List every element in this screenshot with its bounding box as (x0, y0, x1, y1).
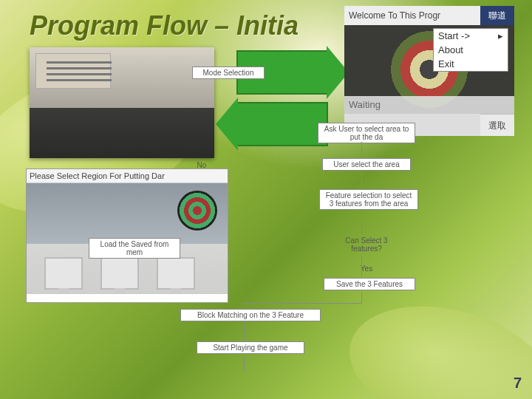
phone-softkey-top[interactable]: 聯道 (480, 6, 514, 25)
flow-node-decision: Can Select 3 features? (330, 235, 403, 254)
flow-line (244, 303, 362, 304)
menu-about[interactable]: About (434, 43, 508, 57)
phone-softkey-select[interactable]: 選取 (480, 114, 514, 136)
screenshot-camera-select (30, 47, 214, 158)
phone-menu: Start ->▸ About Exit (433, 28, 508, 72)
menu-label: Start -> (438, 30, 470, 41)
menu-exit[interactable]: Exit (434, 57, 508, 71)
page-title: Program Flow – Initia (30, 10, 299, 41)
phone-status: Waiting (344, 96, 514, 114)
menu-label: Exit (438, 58, 454, 69)
monitor-icon (100, 257, 139, 290)
flow-line (361, 219, 362, 233)
screenshot-select-region: Please Select Region For Putting Dar (26, 168, 228, 303)
chevron-right-icon: ▸ (498, 30, 503, 41)
dialog-title: Please Select Region For Putting Dar (27, 169, 228, 183)
monitor-icon (44, 257, 83, 290)
phone-display: Start ->▸ About Exit Waiting (344, 25, 514, 114)
flow-node-start-play: Start Playing the game (197, 341, 304, 354)
flow-node-load: Load the Saved from mem (89, 238, 180, 259)
menu-start[interactable]: Start ->▸ (434, 29, 508, 43)
flow-line (361, 142, 362, 158)
menu-label: About (438, 44, 463, 55)
flow-node-ask: Ask User to select area to put the da (318, 123, 415, 143)
poster-board (35, 53, 111, 89)
dartboard-icon (177, 191, 217, 231)
flow-label-no: No (189, 160, 214, 171)
flow-line (244, 356, 245, 371)
flow-line (361, 256, 362, 276)
flow-line (361, 173, 362, 189)
flow-line (361, 292, 362, 304)
flow-node-user-select: User select the area (322, 158, 411, 171)
flow-node-block-match: Block Matching on the 3 Feature (180, 309, 321, 321)
flow-line (244, 321, 245, 341)
phone-welcome: Welcome To This Progr (344, 6, 480, 25)
arrow-left-icon (236, 102, 328, 146)
flow-node-save: Save the 3 Features (324, 278, 415, 290)
monitor-icon (157, 257, 195, 290)
flow-node-feature: Feature selection to select 3 features f… (319, 189, 418, 210)
flow-node-mode: Mode Selection (192, 66, 265, 79)
slide-number: 7 (514, 375, 522, 392)
flow-label-yes: Yes (353, 263, 380, 274)
